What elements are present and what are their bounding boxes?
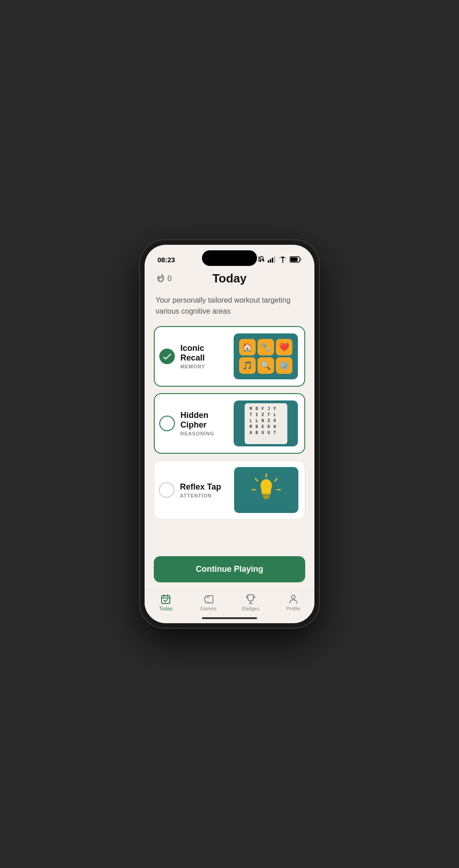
game-card-hidden-cipher[interactable]: Hidden Cipher REASONING M D F J Y T xyxy=(154,393,305,454)
game-info-reflex: Reflex Tap ATTENTION xyxy=(180,482,229,498)
icon-music: 🎵 xyxy=(239,357,256,374)
tab-today[interactable]: Today xyxy=(150,594,182,611)
wifi-icon xyxy=(279,256,287,263)
svg-rect-1 xyxy=(270,259,271,263)
cell-6: T xyxy=(248,412,254,417)
game-info-iconic: Iconic Recall MEMORY xyxy=(180,344,228,369)
game-name-iconic: Iconic Recall xyxy=(180,344,228,363)
subtitle-text: Your personally tailored workout targeti… xyxy=(154,295,305,317)
game-category-reflex: ATTENTION xyxy=(180,493,229,498)
tab-games[interactable]: Games xyxy=(192,594,224,611)
svg-point-22 xyxy=(291,595,295,599)
svg-line-9 xyxy=(275,479,277,481)
svg-rect-15 xyxy=(263,497,269,499)
calendar-check-icon xyxy=(160,594,171,605)
svg-rect-13 xyxy=(263,494,270,495)
icon-gear: ⚙️ xyxy=(276,357,292,374)
cell-25: B xyxy=(254,430,260,435)
tab-badges-label: Badges xyxy=(242,606,259,611)
cell-5 xyxy=(278,406,284,411)
tab-profile-label: Profile xyxy=(286,606,300,611)
svg-rect-6 xyxy=(291,258,298,262)
cell-24: A xyxy=(248,430,254,435)
svg-rect-3 xyxy=(274,256,275,263)
tab-games-label: Games xyxy=(200,606,216,611)
cell-19: B xyxy=(254,424,260,429)
tab-today-label: Today xyxy=(159,606,173,611)
person-icon xyxy=(288,594,299,605)
cell-2: F xyxy=(260,406,266,411)
notification-icon xyxy=(257,256,265,263)
cell-21: D xyxy=(266,424,272,429)
svg-rect-21 xyxy=(249,603,252,604)
game-thumbnail-cipher: M D F J Y T I Z T L L xyxy=(234,400,298,446)
game-name-cipher: Hidden Cipher xyxy=(180,411,228,430)
cell-18: M xyxy=(248,424,254,429)
radio-completed xyxy=(159,349,175,364)
cell-7: I xyxy=(254,412,260,417)
svg-rect-16 xyxy=(162,596,170,603)
svg-line-11 xyxy=(255,479,257,481)
status-time: 08:23 xyxy=(157,256,175,264)
game-card-iconic-recall[interactable]: Iconic Recall MEMORY 🏠 🔧 ❤️ 🎵 🔍 ⚙️ xyxy=(154,326,305,387)
cell-14: N xyxy=(260,418,266,423)
tab-bar: Today Games Badges xyxy=(145,590,314,613)
game-info-cipher: Hidden Cipher REASONING xyxy=(180,411,228,436)
cell-12: L xyxy=(248,418,254,423)
svg-rect-7 xyxy=(300,259,302,261)
cell-28: T xyxy=(272,430,278,435)
cell-20: E xyxy=(260,424,266,429)
cell-16: O xyxy=(272,418,278,423)
iconic-thumb-bg: 🏠 🔧 ❤️ 🎵 🔍 ⚙️ xyxy=(234,333,298,379)
svg-point-4 xyxy=(282,262,284,263)
icon-search: 🔍 xyxy=(257,357,274,374)
dynamic-island xyxy=(202,250,257,266)
game-category-cipher: REASONING xyxy=(180,431,228,436)
phone-screen: 08:23 xyxy=(145,245,314,623)
status-icons xyxy=(257,256,302,263)
streak-count: 0 xyxy=(168,275,172,283)
cell-17 xyxy=(278,418,284,423)
battery-icon xyxy=(290,256,302,263)
cell-4: Y xyxy=(272,406,278,411)
game-name-reflex: Reflex Tap xyxy=(180,482,229,492)
cell-0: M xyxy=(248,406,254,411)
puzzle-icon xyxy=(203,594,214,605)
continue-playing-button[interactable]: Continue Playing xyxy=(154,556,305,582)
tab-profile[interactable]: Profile xyxy=(277,594,309,611)
cell-1: D xyxy=(254,406,260,411)
game-card-reflex-tap[interactable]: Reflex Tap ATTENTION xyxy=(154,460,305,520)
cipher-thumb-bg: M D F J Y T I Z T L L xyxy=(234,400,298,446)
radio-current xyxy=(159,416,175,431)
home-bar xyxy=(202,617,257,619)
cell-13: L xyxy=(254,418,260,423)
reflex-thumb-bg xyxy=(234,467,298,513)
signal-icon xyxy=(268,256,276,263)
cell-26: U xyxy=(260,430,266,435)
streak-badge: 0 xyxy=(156,273,172,285)
icon-grid: 🏠 🔧 ❤️ 🎵 🔍 ⚙️ xyxy=(239,339,292,374)
cell-3: J xyxy=(266,406,272,411)
cell-27: U xyxy=(266,430,272,435)
cell-11 xyxy=(278,412,284,417)
game-category-iconic: MEMORY xyxy=(180,364,228,369)
game-thumbnail-iconic: 🏠 🔧 ❤️ 🎵 🔍 ⚙️ xyxy=(234,333,298,379)
header: 0 Today xyxy=(145,268,314,287)
cell-29 xyxy=(278,430,284,435)
radio-locked xyxy=(159,482,174,498)
svg-rect-0 xyxy=(268,260,269,263)
cell-8: Z xyxy=(260,412,266,417)
icon-heart: ❤️ xyxy=(276,339,292,355)
cell-22: H xyxy=(272,424,278,429)
page-title: Today xyxy=(213,271,247,286)
icon-tools: 🔧 xyxy=(257,339,274,355)
checkmark-icon xyxy=(163,353,171,360)
trophy-icon xyxy=(245,594,256,605)
fire-icon xyxy=(156,273,166,285)
cell-23 xyxy=(278,424,284,429)
cell-15: Z xyxy=(266,418,272,423)
svg-rect-2 xyxy=(272,258,273,263)
icon-house: 🏠 xyxy=(239,339,256,355)
tab-badges[interactable]: Badges xyxy=(235,594,267,611)
cell-9: T xyxy=(266,412,272,417)
